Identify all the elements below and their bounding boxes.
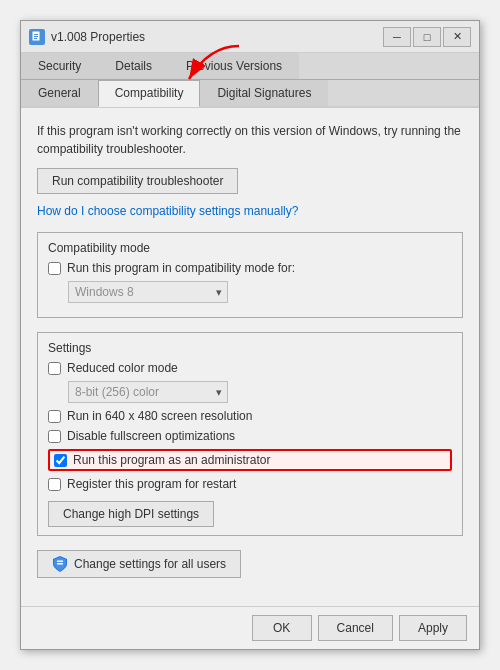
info-text: If this program isn't working correctly … bbox=[37, 122, 463, 158]
maximize-button[interactable]: □ bbox=[413, 27, 441, 47]
color-depth-wrapper: 8-bit (256) color bbox=[68, 381, 228, 403]
change-settings-label: Change settings for all users bbox=[74, 557, 226, 571]
svg-rect-3 bbox=[34, 38, 37, 39]
register-restart-row: Register this program for restart bbox=[48, 477, 452, 491]
tab-previous-versions[interactable]: Previous Versions bbox=[169, 53, 299, 79]
change-dpi-button[interactable]: Change high DPI settings bbox=[48, 501, 214, 527]
file-icon bbox=[29, 29, 45, 45]
window-controls: ─ □ ✕ bbox=[383, 27, 471, 47]
run-as-admin-checkbox[interactable] bbox=[54, 454, 67, 467]
tab-details[interactable]: Details bbox=[98, 53, 169, 79]
minimize-button[interactable]: ─ bbox=[383, 27, 411, 47]
tab-security[interactable]: Security bbox=[21, 53, 98, 79]
title-bar: v1.008 Properties ─ □ ✕ bbox=[21, 21, 479, 53]
cancel-button[interactable]: Cancel bbox=[318, 615, 393, 641]
disable-fullscreen-row: Disable fullscreen optimizations bbox=[48, 429, 452, 443]
tab-digital-signatures[interactable]: Digital Signatures bbox=[200, 80, 328, 106]
reduced-color-row: Reduced color mode bbox=[48, 361, 452, 375]
change-settings-button[interactable]: Change settings for all users bbox=[37, 550, 241, 578]
change-settings-row: Change settings for all users bbox=[37, 550, 463, 578]
svg-rect-2 bbox=[34, 36, 38, 37]
troubleshoot-button[interactable]: Run compatibility troubleshooter bbox=[37, 168, 238, 194]
disable-fullscreen-label: Disable fullscreen optimizations bbox=[67, 429, 235, 443]
disable-fullscreen-checkbox[interactable] bbox=[48, 430, 61, 443]
compatibility-mode-label: Compatibility mode bbox=[48, 241, 452, 255]
run-as-admin-row: Run this program as an administrator bbox=[48, 449, 452, 471]
compat-select-wrapper: Windows 8 Windows 7 Windows Vista Window… bbox=[68, 281, 228, 303]
svg-rect-6 bbox=[57, 561, 63, 563]
svg-rect-5 bbox=[57, 563, 63, 565]
compatibility-mode-group: Compatibility mode Run this program in c… bbox=[37, 232, 463, 318]
reduced-color-checkbox[interactable] bbox=[48, 362, 61, 375]
tab-general[interactable]: General bbox=[21, 80, 98, 106]
reduced-color-label: Reduced color mode bbox=[67, 361, 178, 375]
svg-rect-1 bbox=[34, 34, 38, 35]
run-as-admin-label: Run this program as an administrator bbox=[73, 453, 270, 467]
screen-res-label: Run in 640 x 480 screen resolution bbox=[67, 409, 252, 423]
compat-mode-select[interactable]: Windows 8 Windows 7 Windows Vista Window… bbox=[68, 281, 228, 303]
settings-group: Settings Reduced color mode 8-bit (256) … bbox=[37, 332, 463, 536]
ok-button[interactable]: OK bbox=[252, 615, 312, 641]
settings-label: Settings bbox=[48, 341, 452, 355]
screen-res-row: Run in 640 x 480 screen resolution bbox=[48, 409, 452, 423]
screen-res-checkbox[interactable] bbox=[48, 410, 61, 423]
close-button[interactable]: ✕ bbox=[443, 27, 471, 47]
compat-mode-checkbox-row: Run this program in compatibility mode f… bbox=[48, 261, 452, 275]
register-restart-label: Register this program for restart bbox=[67, 477, 236, 491]
shield-icon bbox=[52, 556, 68, 572]
footer: OK Cancel Apply bbox=[21, 606, 479, 649]
tab-compatibility[interactable]: Compatibility bbox=[98, 80, 201, 107]
tabs-row2: General Compatibility Digital Signatures bbox=[21, 80, 479, 108]
help-link[interactable]: How do I choose compatibility settings m… bbox=[37, 204, 463, 218]
compat-mode-checkbox[interactable] bbox=[48, 262, 61, 275]
apply-button[interactable]: Apply bbox=[399, 615, 467, 641]
tabs-row1: Security Details Previous Versions bbox=[21, 53, 479, 80]
properties-window: v1.008 Properties ─ □ ✕ Security Details… bbox=[20, 20, 480, 650]
window-title: v1.008 Properties bbox=[51, 30, 145, 44]
compat-mode-checkbox-label[interactable]: Run this program in compatibility mode f… bbox=[67, 261, 295, 275]
color-depth-select[interactable]: 8-bit (256) color bbox=[68, 381, 228, 403]
title-bar-left: v1.008 Properties bbox=[29, 29, 145, 45]
content-area: If this program isn't working correctly … bbox=[21, 108, 479, 606]
register-restart-checkbox[interactable] bbox=[48, 478, 61, 491]
